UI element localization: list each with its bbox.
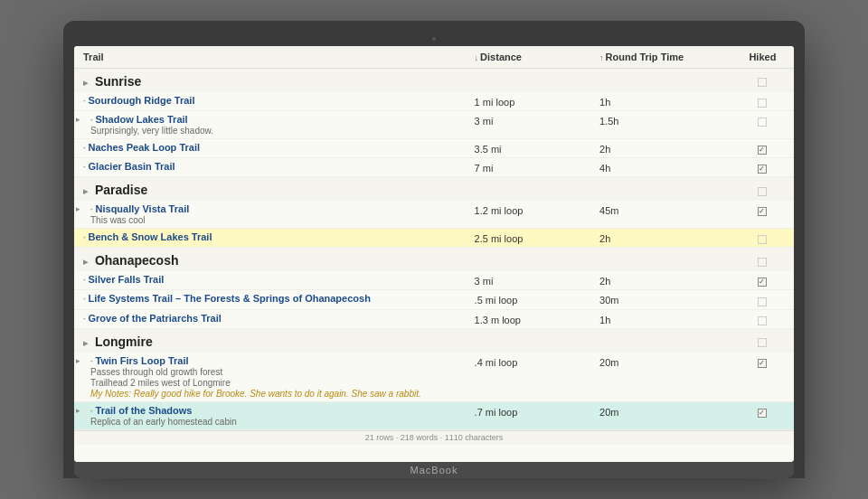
trail-bullet: · <box>83 276 86 285</box>
trail-row[interactable]: ▸ ·Nisqually Vista Trail This was cool 1… <box>74 201 794 229</box>
trail-name-cell: ·Sourdough Ridge Trail <box>74 92 466 111</box>
group-bullet: ▸ <box>83 257 88 267</box>
group-checkbox[interactable] <box>758 258 767 267</box>
trail-bullet: · <box>83 295 86 304</box>
trail-name-cell: ▸ ·Nisqually Vista Trail This was cool <box>74 201 466 229</box>
trail-hiked-cell[interactable] <box>731 139 794 158</box>
group-hiked-cell[interactable] <box>731 328 794 353</box>
hiked-checkbox-checked[interactable] <box>758 165 767 174</box>
laptop-base: MacBook <box>74 462 794 478</box>
trail-name-cell: ·Glacier Basin Trail <box>74 158 466 177</box>
group-checkbox[interactable] <box>758 78 767 87</box>
trail-name-cell: ▸ ·Twin Firs Loop Trail Passes through o… <box>74 353 466 402</box>
trail-row[interactable]: ·Silver Falls Trail 3 mi 2h <box>74 271 794 290</box>
sort-icon-time: ↑ <box>599 53 604 62</box>
hiked-checkbox-empty[interactable] <box>758 118 767 127</box>
group-bullet: ▸ <box>83 78 88 88</box>
trail-time-cell: 45m <box>590 201 731 229</box>
trail-note: This was cool <box>90 215 457 225</box>
trail-hiked-cell[interactable] <box>731 290 794 309</box>
group-bullet: ▸ <box>83 338 88 348</box>
hiked-checkbox-checked[interactable] <box>758 278 767 287</box>
hiked-checkbox-empty[interactable] <box>758 297 767 306</box>
trail-name-cell: ▸ ·Shadow Lakes Trail Surprisingly, very… <box>74 111 466 139</box>
group-name-cell: ▸ Ohanapecosh <box>74 248 731 272</box>
trail-note: Replica of an early homestead cabin <box>90 417 457 427</box>
group-name-cell: ▸ Sunrise <box>74 69 731 93</box>
expand-icon: ▸ <box>76 356 80 365</box>
trail-time-cell: 2h <box>590 139 731 158</box>
trail-hiked-cell[interactable] <box>731 158 794 177</box>
trail-bullet: · <box>90 357 93 366</box>
trail-hiked-cell[interactable] <box>731 229 794 248</box>
trail-name-label: ·Naches Peak Loop Trail <box>83 142 457 153</box>
trail-row[interactable]: ·Sourdough Ridge Trail 1 mi loop 1h <box>74 92 794 111</box>
trail-note: Trailhead 2 miles west of Longmire <box>90 378 457 388</box>
trail-hiked-cell[interactable] <box>731 111 794 139</box>
col-header-trail: Trail <box>74 46 466 69</box>
col-header-time[interactable]: ↑Round Trip Time <box>590 46 731 69</box>
trail-row[interactable]: ·Naches Peak Loop Trail 3.5 mi 2h <box>74 139 794 158</box>
trail-name-label: ·Silver Falls Trail <box>83 274 457 285</box>
trail-name-label: ·Glacier Basin Trail <box>83 161 457 172</box>
laptop-screen: Trail ↓Distance ↑Round Trip Time Hiked ▸… <box>74 46 794 462</box>
trail-row[interactable]: ▸ ·Trail of the Shadows Replica of an ea… <box>74 401 794 429</box>
macbook-label: MacBook <box>410 465 458 475</box>
trail-row[interactable]: ·Life Systems Trail – The Forests & Spri… <box>74 290 794 309</box>
hiked-checkbox-empty[interactable] <box>758 235 767 244</box>
trail-bullet: · <box>83 163 86 172</box>
trail-hiked-cell[interactable] <box>731 309 794 328</box>
trail-row[interactable]: ▸ ·Twin Firs Loop Trail Passes through o… <box>74 353 794 402</box>
trail-name-cell: ·Grove of the Patriarchs Trail <box>74 309 466 328</box>
trail-time-cell: 20m <box>590 401 731 429</box>
trail-bullet: · <box>83 315 86 324</box>
group-checkbox[interactable] <box>758 338 767 347</box>
trail-name-cell: ·Bench & Snow Lakes Trail <box>74 229 466 248</box>
trail-name-label: ·Shadow Lakes Trail <box>90 114 457 125</box>
hiked-checkbox-empty[interactable] <box>758 316 767 325</box>
trail-hiked-cell[interactable] <box>731 201 794 229</box>
trail-time-cell: 2h <box>590 229 731 248</box>
group-hiked-cell[interactable] <box>731 248 794 272</box>
trail-row[interactable]: ▸ ·Shadow Lakes Trail Surprisingly, very… <box>74 111 794 139</box>
trail-distance-cell: .7 mi loop <box>466 401 590 429</box>
trail-time-cell: 1h <box>590 309 731 328</box>
col-header-distance[interactable]: ↓Distance <box>466 46 590 69</box>
group-header[interactable]: ▸ Paradise <box>74 177 794 202</box>
group-name-cell: ▸ Paradise <box>74 177 731 202</box>
trail-bullet: · <box>90 116 93 125</box>
trail-hiked-cell[interactable] <box>731 401 794 429</box>
group-hiked-cell[interactable] <box>731 69 794 93</box>
trail-distance-cell: 1.2 mi loop <box>466 201 590 229</box>
trail-distance-cell: 2.5 mi loop <box>466 229 590 248</box>
trail-note: Passes through old growth forest <box>90 367 457 377</box>
trail-name-label: ·Life Systems Trail – The Forests & Spri… <box>83 293 457 304</box>
trail-row[interactable]: ·Grove of the Patriarchs Trail 1.3 m loo… <box>74 309 794 328</box>
table-container[interactable]: Trail ↓Distance ↑Round Trip Time Hiked ▸… <box>74 46 794 462</box>
hiked-checkbox-checked[interactable] <box>758 409 767 418</box>
trail-name-label: ·Twin Firs Loop Trail <box>90 355 457 366</box>
trail-row[interactable]: ·Bench & Snow Lakes Trail 2.5 mi loop 2h <box>74 229 794 248</box>
trail-hiked-cell[interactable] <box>731 92 794 111</box>
group-header[interactable]: ▸ Longmire <box>74 328 794 353</box>
hiked-checkbox-checked[interactable] <box>758 359 767 368</box>
trail-row[interactable]: ·Glacier Basin Trail 7 mi 4h <box>74 158 794 177</box>
expand-icon: ▸ <box>76 204 80 213</box>
trail-distance-cell: .4 mi loop <box>466 353 590 402</box>
group-checkbox[interactable] <box>758 187 767 196</box>
trail-name-cell: ·Life Systems Trail – The Forests & Spri… <box>74 290 466 309</box>
hiked-checkbox-checked[interactable] <box>758 146 767 155</box>
group-header[interactable]: ▸ Ohanapecosh <box>74 248 794 272</box>
group-name-label: Longmire <box>95 334 153 349</box>
col-header-hiked: Hiked <box>731 46 794 69</box>
trail-name-label: ·Grove of the Patriarchs Trail <box>83 313 457 324</box>
trails-table: Trail ↓Distance ↑Round Trip Time Hiked ▸… <box>74 46 794 430</box>
trail-hiked-cell[interactable] <box>731 271 794 290</box>
group-hiked-cell[interactable] <box>731 177 794 202</box>
status-text: 21 rows · 218 words · 1110 characters <box>365 433 504 442</box>
hiked-checkbox-empty[interactable] <box>758 99 767 108</box>
group-header[interactable]: ▸ Sunrise <box>74 69 794 93</box>
hiked-checkbox-checked[interactable] <box>758 207 767 216</box>
trail-hiked-cell[interactable] <box>731 353 794 402</box>
group-name-label: Ohanapecosh <box>95 253 179 268</box>
